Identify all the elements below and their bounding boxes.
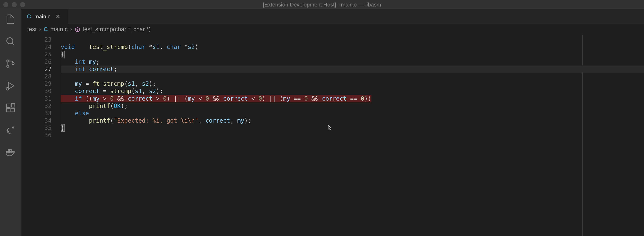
code-line[interactable] (61, 73, 644, 80)
svg-line-1 (12, 43, 14, 45)
line-number: 25 (21, 51, 52, 58)
code-line[interactable]: int correct; (61, 65, 644, 73)
line-number: 29 (21, 80, 52, 87)
line-number: 27 (21, 65, 52, 73)
code-line[interactable]: printf(OK); (61, 102, 644, 110)
code-line[interactable]: correct = strcmp(s1, s2); (61, 87, 644, 95)
window-controls (0, 2, 25, 7)
svg-rect-7 (6, 104, 10, 108)
line-number: 24 (21, 43, 52, 51)
code-line[interactable]: my = ft_strcmp(s1, s2); (61, 80, 644, 87)
line-number: 28 (21, 73, 52, 80)
maximize-window-button[interactable] (20, 2, 25, 7)
line-number: 35 (21, 124, 52, 132)
line-number: 34 (21, 117, 52, 124)
tab-main-c[interactable]: C main.c ✕ (21, 9, 68, 24)
explorer-icon[interactable] (4, 13, 16, 25)
line-number: 32 (21, 102, 52, 110)
code-editor[interactable]: 2324252627282930313233343536 void test_s… (21, 35, 644, 236)
chevron-right-icon: › (70, 26, 72, 33)
svg-rect-16 (10, 150, 11, 151)
code-line[interactable] (61, 132, 644, 139)
close-tab-button[interactable]: ✕ (54, 12, 62, 21)
line-number: 33 (21, 110, 52, 117)
code-line[interactable]: else (61, 110, 644, 117)
breadcrumb-folder[interactable]: test (27, 26, 37, 33)
line-number: 23 (21, 36, 52, 43)
code-line[interactable]: } (61, 124, 644, 132)
code-line[interactable] (61, 36, 644, 43)
minimize-window-button[interactable] (12, 2, 17, 7)
titlebar: [Extension Development Host] - main.c — … (0, 0, 644, 9)
docker-icon[interactable] (4, 146, 16, 158)
c-file-icon: C (27, 13, 31, 20)
share-icon[interactable] (4, 124, 16, 136)
svg-point-2 (7, 60, 9, 62)
search-icon[interactable] (4, 35, 16, 47)
svg-rect-9 (11, 108, 14, 112)
breadcrumb-file[interactable]: main.c (50, 26, 68, 33)
line-number: 30 (21, 87, 52, 95)
code-content[interactable]: void test_strcmp(char *s1, char *s2){ in… (61, 35, 644, 236)
code-line[interactable]: int my; (61, 58, 644, 65)
breadcrumb[interactable]: test › C main.c › test_strcmp(char *, ch… (21, 24, 644, 35)
editor-area: C main.c ✕ test › C main.c › test_strcmp… (21, 9, 644, 236)
code-line[interactable]: { (61, 51, 644, 58)
svg-point-11 (12, 127, 14, 128)
svg-point-3 (7, 65, 9, 67)
svg-rect-10 (11, 104, 15, 107)
svg-point-4 (12, 62, 14, 65)
run-debug-icon[interactable] (4, 80, 16, 92)
line-number: 36 (21, 132, 52, 139)
tab-bar: C main.c ✕ (21, 9, 644, 24)
code-line[interactable]: printf("Expected: %i, got %i\n", correct… (61, 117, 644, 124)
line-number: 26 (21, 58, 52, 65)
svg-point-0 (7, 38, 13, 44)
line-number: 31 (21, 95, 52, 102)
tab-filename: main.c (34, 13, 50, 20)
breadcrumb-symbol[interactable]: test_strcmp(char *, char *) (83, 26, 151, 33)
code-line[interactable]: void test_strcmp(char *s1, char *s2) (61, 43, 644, 51)
extensions-icon[interactable] (4, 102, 16, 114)
svg-marker-5 (8, 82, 14, 89)
svg-rect-15 (8, 150, 10, 151)
chevron-right-icon: › (39, 26, 41, 33)
activity-bar (0, 9, 21, 236)
method-icon (75, 26, 80, 33)
close-window-button[interactable] (3, 2, 8, 7)
window-title: [Extension Development Host] - main.c — … (263, 1, 381, 8)
line-number-gutter: 2324252627282930313233343536 (21, 35, 61, 236)
source-control-icon[interactable] (4, 58, 16, 69)
c-file-icon: C (44, 26, 48, 33)
code-line[interactable]: if ((my > 0 && correct > 0) || (my < 0 &… (61, 95, 644, 102)
svg-rect-8 (6, 108, 10, 112)
